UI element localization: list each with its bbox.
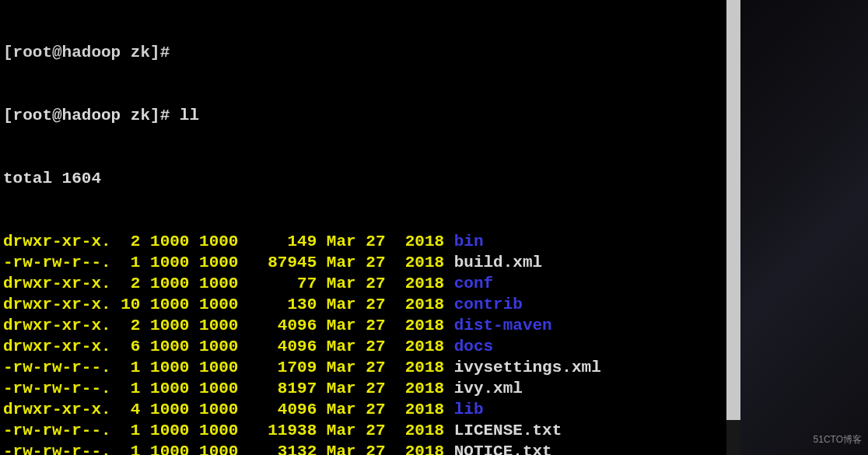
file-name: docs xyxy=(454,338,493,355)
desktop-background xyxy=(740,0,868,455)
file-meta: -rw-rw-r--. 1 1000 1000 1709 Mar 27 2018 xyxy=(3,359,454,376)
scrollbar-thumb[interactable] xyxy=(726,0,740,420)
file-name: ivysettings.xml xyxy=(454,359,601,376)
file-meta: drwxr-xr-x. 2 1000 1000 4096 Mar 27 2018 xyxy=(3,317,454,334)
file-meta: -rw-rw-r--. 1 1000 1000 3132 Mar 27 2018 xyxy=(3,443,454,455)
file-name: conf xyxy=(454,275,493,292)
file-meta: -rw-rw-r--. 1 1000 1000 87945 Mar 27 201… xyxy=(3,254,454,271)
file-name: contrib xyxy=(454,296,523,313)
file-meta: -rw-rw-r--. 1 1000 1000 11938 Mar 27 201… xyxy=(3,422,454,439)
file-meta: drwxr-xr-x. 6 1000 1000 4096 Mar 27 2018 xyxy=(3,338,454,355)
file-name: ivy.xml xyxy=(454,380,523,397)
command-text: ll xyxy=(180,107,199,124)
watermark-text: 51CTO博客 xyxy=(814,429,862,450)
prompt: [root@hadoop zk]# xyxy=(3,107,180,124)
file-name: build.xml xyxy=(454,254,542,271)
file-meta: drwxr-xr-x. 10 1000 1000 130 Mar 27 2018 xyxy=(3,296,454,313)
file-meta: -rw-rw-r--. 1 1000 1000 8197 Mar 27 2018 xyxy=(3,380,454,397)
file-name: lib xyxy=(454,401,484,418)
file-name: NOTICE.txt xyxy=(454,443,552,455)
file-meta: drwxr-xr-x. 2 1000 1000 77 Mar 27 2018 xyxy=(3,275,454,292)
file-name: bin xyxy=(454,233,484,250)
scrollbar-vertical[interactable] xyxy=(726,0,740,455)
file-meta: drwxr-xr-x. 2 1000 1000 149 Mar 27 2018 xyxy=(3,233,454,250)
file-name: dist-maven xyxy=(454,317,552,334)
file-name: LICENSE.txt xyxy=(454,422,562,439)
file-meta: drwxr-xr-x. 4 1000 1000 4096 Mar 27 2018 xyxy=(3,401,454,418)
